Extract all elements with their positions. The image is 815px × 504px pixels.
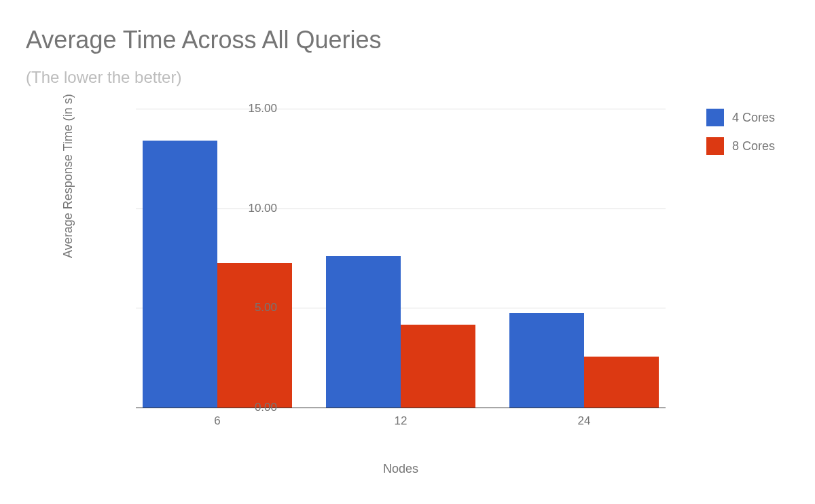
x-tick-label: 12 (395, 414, 408, 428)
y-tick-label: 10.00 (236, 202, 277, 215)
bar-4-cores-12 (326, 256, 401, 408)
y-tick-label: 0.00 (236, 401, 277, 414)
legend-label: 8 Cores (732, 139, 775, 154)
y-tick-label: 5.00 (236, 301, 277, 314)
legend-swatch (706, 137, 724, 155)
legend-swatch (706, 109, 724, 126)
legend-label: 4 Cores (732, 111, 775, 125)
bar-4-cores-6 (143, 141, 217, 408)
bar-8-cores-6 (217, 263, 292, 408)
chart-title: Average Time Across All Queries (26, 26, 382, 54)
chart-subtitle: (The lower the better) (26, 68, 181, 87)
legend: 4 Cores8 Cores (706, 109, 775, 166)
y-tick-label: 15.00 (236, 102, 277, 115)
plot-area (136, 109, 666, 408)
x-tick-label: 24 (578, 414, 591, 428)
bar-8-cores-12 (401, 325, 475, 408)
bar-4-cores-24 (509, 313, 584, 408)
bar-8-cores-24 (584, 357, 659, 408)
chart-container: Average Time Across All Queries (The low… (0, 0, 815, 504)
gridline (136, 109, 666, 109)
legend-item: 8 Cores (706, 137, 775, 155)
x-tick-label: 6 (214, 414, 220, 428)
y-axis-label: Average Response Time (in s) (61, 94, 75, 258)
legend-item: 4 Cores (706, 109, 775, 126)
x-axis-baseline (136, 408, 666, 408)
x-axis-label: Nodes (136, 462, 666, 476)
